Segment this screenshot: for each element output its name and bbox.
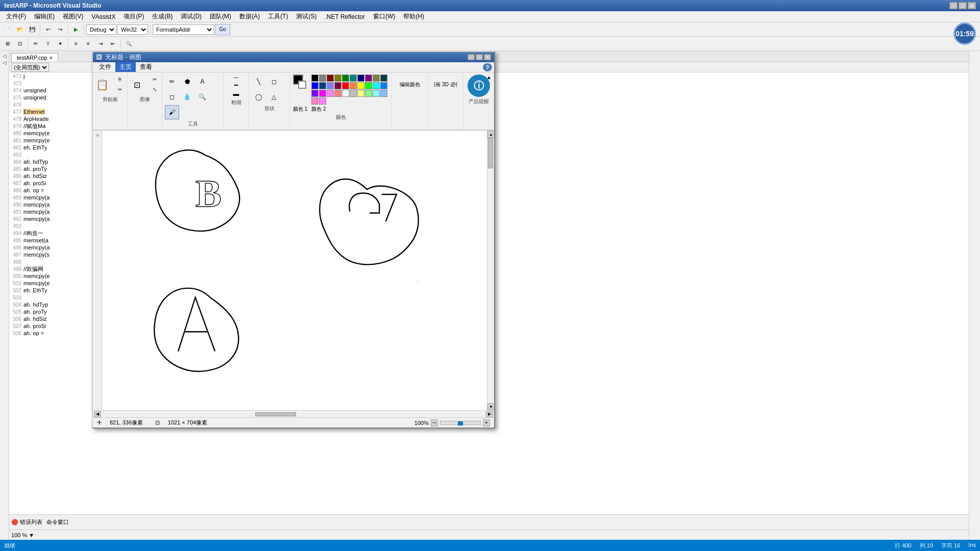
tb2-btn6[interactable]: ≡	[70, 38, 82, 49]
menu-debug[interactable]: 调试(D)	[177, 11, 206, 22]
palette-orange[interactable]	[350, 82, 357, 89]
tb2-btn9[interactable]: ⇤	[107, 38, 118, 49]
tb2-btn5[interactable]: ✦	[55, 38, 66, 49]
open-btn[interactable]: 📂	[14, 24, 26, 35]
paint-menu-file[interactable]: 文件	[95, 62, 115, 72]
text-btn[interactable]: A	[195, 74, 210, 89]
use-3d-btn[interactable]: 使用图画 3D 进行编辑	[433, 74, 458, 95]
palette-green[interactable]	[342, 74, 349, 82]
palette-cornblue[interactable]	[380, 82, 387, 89]
palette-salmon[interactable]	[334, 90, 341, 97]
paint-maximize-btn[interactable]: □	[476, 54, 483, 60]
v-scroll-track[interactable]	[487, 138, 494, 403]
tb2-btn2[interactable]: ⊡	[14, 38, 26, 49]
palette-darkblue[interactable]	[319, 82, 326, 89]
v-scrollbar[interactable]: ▲ ▼	[487, 131, 494, 410]
shape1-btn[interactable]: ╲	[252, 74, 266, 89]
cut-btn[interactable]: ✂	[113, 85, 127, 94]
palette-lightblue[interactable]	[380, 90, 387, 97]
palette-lightblue2[interactable]	[327, 82, 334, 89]
palette-darkred[interactable]	[327, 74, 334, 82]
tab-testarp[interactable]: testARP.cpp ×	[11, 53, 58, 62]
palette-olive[interactable]	[334, 74, 341, 82]
save-btn[interactable]: 💾	[27, 24, 38, 35]
menu-project[interactable]: 项目(P)	[119, 11, 148, 22]
h-scroll-thumb[interactable]	[255, 412, 296, 416]
edit-color-btn[interactable]: 编辑颜色	[398, 74, 422, 95]
palette-darkyellow[interactable]	[373, 74, 380, 82]
h-scroll-right[interactable]: ▶	[486, 411, 493, 417]
fill-btn[interactable]: ⬟	[180, 74, 194, 89]
palette-lightgreen[interactable]	[365, 90, 372, 97]
platform-combo[interactable]: Win32	[117, 24, 148, 35]
menu-data[interactable]: 数据(A)	[235, 11, 264, 22]
magnifier-btn[interactable]: 🔍	[195, 90, 210, 104]
palette-black[interactable]	[311, 74, 318, 82]
resize-btn[interactable]: ⤡	[148, 85, 162, 94]
shape4-btn[interactable]: △	[267, 90, 281, 104]
shape2-btn[interactable]: ◻	[267, 74, 281, 89]
palette-pink2[interactable]	[327, 90, 334, 97]
paint-menu-view[interactable]: 查看	[136, 62, 156, 72]
close-button[interactable]: ✕	[968, 2, 976, 9]
left-icon1[interactable]: ◁	[3, 53, 7, 59]
eyedropper-btn[interactable]: 💧	[180, 90, 194, 104]
palette-teal[interactable]	[350, 74, 357, 82]
palette-red[interactable]	[342, 82, 349, 89]
v-scroll-up[interactable]: ▲	[487, 131, 494, 138]
menu-test[interactable]: 测试(S)	[292, 11, 321, 22]
ribbon-collapse-btn[interactable]: ▲	[485, 73, 493, 81]
paint-minimize-btn[interactable]: ─	[468, 54, 475, 60]
debug-combo[interactable]: Debug	[86, 24, 116, 35]
go-btn[interactable]: Go	[215, 24, 230, 35]
palette-white[interactable]	[342, 90, 349, 97]
menu-build[interactable]: 生成(B)	[148, 11, 177, 22]
scope-dropdown[interactable]: (全局范围)	[11, 63, 49, 72]
tb2-btn7[interactable]: ≡	[83, 38, 94, 49]
commands-tab[interactable]: 命令窗口	[46, 518, 69, 526]
addr-combo[interactable]: FormatIpAddr	[153, 24, 214, 35]
zoom-in-btn[interactable]: +	[483, 419, 490, 427]
paint-canvas[interactable]: B ·	[102, 131, 487, 410]
palette-darkcyan[interactable]	[380, 74, 387, 82]
paint-menu-home[interactable]: 主页	[115, 62, 136, 72]
palette-lightpink[interactable]	[311, 97, 318, 105]
v-scroll-down[interactable]: ▼	[487, 403, 494, 410]
palette-lime[interactable]	[365, 82, 372, 89]
eraser-btn[interactable]: ◻	[165, 90, 179, 104]
tb2-btn10[interactable]: 🔍	[123, 38, 134, 49]
brush-btn[interactable]: 🖌	[165, 105, 179, 119]
size2-btn[interactable]: ━	[229, 82, 243, 89]
menu-view[interactable]: 视图(V)	[59, 11, 87, 22]
redo-btn[interactable]: ↪	[55, 24, 66, 35]
v-scroll-thumb[interactable]	[488, 138, 493, 168]
crop-btn[interactable]: ✂	[148, 74, 162, 84]
h-scrollbar[interactable]: ◀ ▶	[93, 410, 494, 417]
tb2-btn3[interactable]: ✏	[30, 38, 41, 49]
pencil-btn[interactable]: ✏	[165, 74, 179, 89]
palette-yellow[interactable]	[357, 82, 364, 89]
shape3-btn[interactable]: ◯	[252, 90, 266, 104]
palette-lightviolet[interactable]	[319, 97, 326, 105]
palette-cyan[interactable]	[373, 82, 380, 89]
tab-close-icon[interactable]: ×	[50, 55, 53, 61]
menu-reflector[interactable]: .NET Reflector	[321, 12, 369, 21]
h-scroll-left[interactable]: ◀	[94, 411, 101, 417]
left-icon2[interactable]: ◁	[3, 60, 7, 65]
tb2-btn8[interactable]: ⇥	[95, 38, 106, 49]
minimize-button[interactable]: ─	[949, 2, 958, 9]
palette-magenta[interactable]	[319, 90, 326, 97]
menu-edit[interactable]: 编辑(E)	[30, 11, 59, 22]
clipboard-btn[interactable]: 📋	[93, 74, 112, 95]
size1-btn[interactable]: ─	[229, 74, 243, 81]
copy-btn[interactable]: ⎘	[113, 74, 127, 84]
zoom-slider-track[interactable]	[440, 421, 481, 425]
errors-tab[interactable]: 🔴 错误列表	[11, 518, 42, 526]
size3-btn[interactable]: ▬	[229, 90, 243, 98]
palette-silver[interactable]	[350, 90, 357, 97]
menu-window[interactable]: 窗口(W)	[369, 11, 399, 22]
menu-help[interactable]: 帮助(H)	[399, 11, 428, 22]
palette-navy[interactable]	[357, 74, 364, 82]
palette-blue[interactable]	[311, 82, 318, 89]
palette-gray[interactable]	[319, 74, 326, 82]
